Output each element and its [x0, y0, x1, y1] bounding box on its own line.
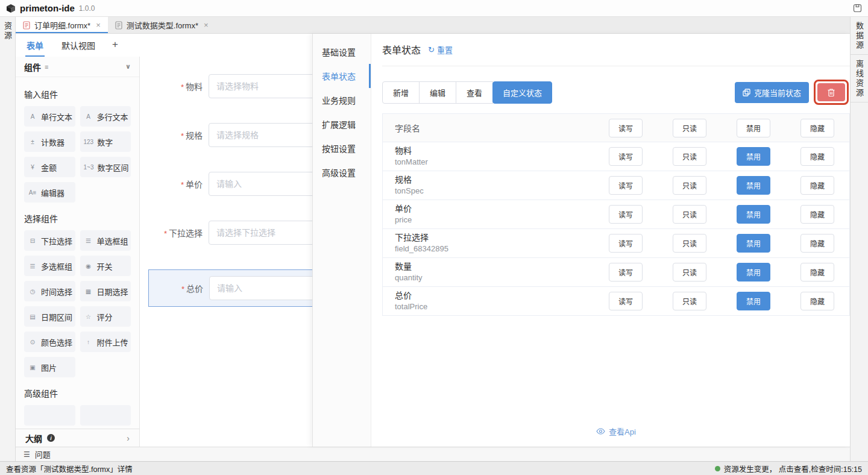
- state-option-button[interactable]: 隐藏: [800, 147, 834, 166]
- option-cell: 隐藏: [785, 234, 849, 253]
- field-name-cell: 规格tonSpec: [383, 174, 594, 197]
- state-segment-button[interactable]: 查看: [456, 81, 493, 104]
- clone-current-state-button[interactable]: 克隆当前状态: [735, 82, 809, 103]
- view-api-link[interactable]: 查看Api: [596, 426, 636, 437]
- field-code: tonMatter: [395, 157, 594, 168]
- delete-state-button[interactable]: [817, 83, 845, 101]
- option-cell: 读写: [594, 147, 658, 166]
- settings-menu-item[interactable]: 业务规则: [313, 88, 371, 112]
- right-rail-item[interactable]: 离线资源: [851, 55, 868, 102]
- state-option-button[interactable]: 读写: [609, 147, 643, 166]
- state-option-button[interactable]: 禁用: [737, 263, 770, 282]
- state-option-button[interactable]: 禁用: [737, 147, 770, 166]
- component-item[interactable]: 1~3数字区间: [80, 157, 131, 177]
- component-item[interactable]: ¥金额: [24, 157, 75, 177]
- component-item[interactable]: ▤日期区间: [24, 306, 75, 327]
- component-item[interactable]: A单行文本: [24, 106, 75, 127]
- view-tab[interactable]: 默认视图: [60, 33, 96, 57]
- view-tab[interactable]: 表单: [25, 33, 45, 57]
- state-option-button[interactable]: 只读: [673, 234, 706, 253]
- component-item[interactable]: [80, 405, 131, 426]
- state-option-button[interactable]: 隐藏: [800, 205, 834, 224]
- state-option-button[interactable]: 禁用: [737, 119, 770, 137]
- field-display-name: 总价: [395, 290, 594, 302]
- component-grid: [24, 405, 131, 426]
- state-option-button[interactable]: 只读: [673, 147, 706, 166]
- required-asterisk: *: [164, 229, 167, 238]
- state-option-button[interactable]: 禁用: [737, 234, 770, 253]
- table-header-field-name: 字段名: [383, 122, 594, 134]
- settings-menu-item[interactable]: 按钮设置: [313, 136, 371, 160]
- option-cell: 隐藏: [785, 205, 849, 224]
- component-item[interactable]: A多行文本: [80, 106, 131, 127]
- component-item[interactable]: ◷时间选择: [24, 281, 75, 301]
- component-item[interactable]: ↑附件上传: [80, 332, 131, 352]
- field-code: price: [395, 215, 594, 225]
- state-option-button[interactable]: 只读: [673, 292, 706, 310]
- state-option-button[interactable]: 隐藏: [800, 119, 834, 137]
- settings-menu-item[interactable]: 扩展逻辑: [313, 112, 371, 136]
- state-option-button[interactable]: 隐藏: [800, 263, 834, 282]
- option-cell: 隐藏: [785, 147, 849, 166]
- state-option-button[interactable]: 读写: [609, 263, 643, 282]
- state-option-button[interactable]: 隐藏: [800, 292, 834, 310]
- state-option-button[interactable]: 只读: [673, 205, 706, 224]
- reset-link[interactable]: ↻ 重置: [428, 44, 453, 55]
- image-icon: ▣: [28, 364, 37, 371]
- settings-menu-item[interactable]: 高级设置: [313, 160, 371, 184]
- state-segment-button[interactable]: 自定义状态: [492, 81, 552, 104]
- list-icon: ☰: [24, 450, 30, 459]
- chevron-down-icon[interactable]: ∨: [125, 63, 131, 71]
- close-icon[interactable]: ×: [204, 20, 209, 30]
- state-option-button[interactable]: 只读: [673, 119, 706, 137]
- save-icon[interactable]: [853, 4, 862, 13]
- form-field-label: *单价: [148, 178, 209, 190]
- component-item-label: 下拉选择: [41, 235, 72, 247]
- state-option-button[interactable]: 隐藏: [800, 176, 834, 195]
- component-item[interactable]: [24, 405, 75, 426]
- table-row: 规格tonSpec读写只读禁用隐藏: [383, 171, 849, 200]
- state-option-button[interactable]: 禁用: [737, 176, 770, 195]
- state-segment-button[interactable]: 编辑: [419, 81, 456, 104]
- state-segment-button[interactable]: 新增: [382, 81, 420, 104]
- component-item[interactable]: ☰单选框组: [80, 230, 131, 251]
- state-option-button[interactable]: 只读: [673, 176, 706, 195]
- settings-menu-item[interactable]: 基础设置: [313, 40, 371, 64]
- reset-label: 重置: [437, 44, 453, 55]
- settings-menu-item[interactable]: 表单状态: [313, 64, 371, 88]
- component-item[interactable]: ◉开关: [80, 256, 131, 276]
- state-option-button[interactable]: 只读: [673, 263, 706, 282]
- component-item-label: 单行文本: [41, 111, 72, 122]
- state-option-button[interactable]: 读写: [609, 234, 643, 253]
- state-option-button[interactable]: 禁用: [737, 292, 770, 310]
- left-rail-resources[interactable]: 资源: [0, 17, 16, 461]
- component-item[interactable]: ☰多选框组: [24, 256, 75, 276]
- component-item[interactable]: ⊟下拉选择: [24, 230, 75, 251]
- component-section-title: 输入组件: [24, 88, 131, 100]
- editor-tab[interactable]: 测试数据类型.formx*×: [108, 17, 216, 33]
- state-option-button[interactable]: 读写: [609, 176, 643, 195]
- outline-section[interactable]: 大纲 i ›: [16, 429, 139, 447]
- component-item[interactable]: ☆评分: [80, 306, 131, 327]
- component-item[interactable]: 123数字: [80, 131, 131, 152]
- problems-bar[interactable]: ☰ 问题: [16, 447, 850, 461]
- editor-tab[interactable]: 订单明细.formx*×: [16, 17, 108, 33]
- state-option-button[interactable]: 禁用: [737, 205, 770, 224]
- status-right-notice[interactable]: 资源发生变更， 点击查看,检查时间:15:15: [715, 463, 862, 474]
- component-item[interactable]: ⊙颜色选择: [24, 332, 75, 352]
- state-option-button[interactable]: 读写: [609, 292, 643, 310]
- right-rail: 数据源离线资源: [850, 17, 868, 461]
- component-item[interactable]: A≡编辑器: [24, 182, 75, 203]
- state-option-button[interactable]: 读写: [609, 119, 643, 137]
- option-cell: 隐藏: [785, 292, 849, 310]
- components-panel-header[interactable]: 组件 ≡ ∨: [16, 57, 139, 77]
- component-item[interactable]: ▣图片: [24, 357, 75, 377]
- state-option-button[interactable]: 隐藏: [800, 234, 834, 253]
- state-option-button[interactable]: 读写: [609, 205, 643, 224]
- component-item[interactable]: ▦日期选择: [80, 281, 131, 301]
- close-icon[interactable]: ×: [96, 20, 101, 30]
- component-item-label: 颜色选择: [41, 336, 72, 348]
- right-rail-item[interactable]: 数据源: [851, 17, 868, 55]
- add-view-button[interactable]: +: [112, 39, 118, 52]
- component-item[interactable]: ±计数器: [24, 131, 75, 152]
